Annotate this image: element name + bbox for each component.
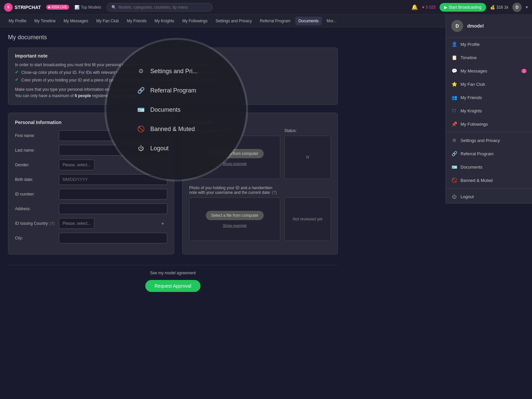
input-address[interactable] [59,203,167,214]
hearts-count: ♥ 5 025 [422,5,436,10]
subnav-my-followings[interactable]: My Followings [179,17,211,25]
dropdown-settings-privacy[interactable]: ⚙ Settings and Privacy [446,134,532,147]
logo-icon: S [4,3,13,12]
dropdown-fanclub-label: My Fan Club [461,82,485,87]
select-country[interactable]: Please, select... [59,218,94,229]
subnav-referral-program[interactable]: Referral Program [257,17,294,25]
dropdown-my-friends[interactable]: 👥 My Friends [446,91,532,104]
circle-menu-banned[interactable]: 🚫 Banned & Muted [130,120,223,138]
circle-referral-icon: 🔗 [136,86,146,95]
dropdown-documents-label: Documents [461,165,482,170]
subnav-documents[interactable]: Documents [295,17,322,25]
form-row-address: Address: [15,203,167,214]
dropdown-referral-icon: 🔗 [451,151,457,157]
circle-zoom-menu: ⚙ Settings and Pri... 🔗 Referral Program… [106,40,246,180]
dropdown-settings-icon: ⚙ [451,137,457,143]
circle-menu-documents[interactable]: 🪪 Documents [130,101,223,118]
dropdown-friends-label: My Friends [461,95,482,100]
dropdown-documents-icon: 🪪 [451,164,457,170]
label-idnumber: ID number: [15,192,55,197]
dropdown-my-profile[interactable]: 👤 My Profile [446,38,532,51]
dropdown-referral-program[interactable]: 🔗 Referral Program [446,147,532,160]
form-row-city: City: [15,233,167,243]
circle-documents-label: Documents [150,106,181,113]
circle-settings-icon: ⚙ [136,66,146,76]
dropdown-documents[interactable]: 🪪 Documents [446,160,532,174]
doc-row-holding: Photo of you holding your ID and a handw… [189,186,331,241]
subnav-my-fan-club[interactable]: My Fan Club [93,17,122,25]
live-dot [48,6,50,8]
dropdown-divider-2 [446,188,532,189]
dropdown-logout[interactable]: ⏻ Logout [446,190,532,203]
request-approval-button[interactable]: Request Approval [145,280,201,292]
heart-icon: ♥ [422,5,424,10]
note2-bold: 6 people [75,93,91,98]
dropdown-banned-muted[interactable]: 🚫 Banned & Muted [446,174,532,187]
tokens-amount: 316 1k [496,5,508,10]
top-navigation: S STRIPCHAT 4204 LIVE 📊 Top Models 🔍 🔔 ♥… [0,0,532,15]
top-models-label: Top Models [81,5,101,10]
dropdown-referral-label: Referral Program [461,151,494,156]
doc-status-box-closeup: N [284,136,331,179]
user-avatar[interactable]: D [512,3,522,12]
hearts-value: 5 025 [426,5,436,10]
circle-menu-settings[interactable]: ⚙ Settings and Pri... [130,63,223,80]
input-birthdate[interactable] [59,174,167,185]
search-icon: 🔍 [111,5,116,10]
show-example-holding[interactable]: Show example [223,223,247,227]
subnav-my-messages[interactable]: My Messages [60,17,91,25]
not-reviewed-holding: Not reviewed yet [293,217,322,221]
circle-menu-referral[interactable]: 🔗 Referral Program [130,82,223,99]
label-country: ID Issuing Country: (?) [15,221,55,226]
upload-btn-holding[interactable]: Select a file from computer [206,211,264,220]
model-agreement-link[interactable]: See my model agreement [150,271,196,275]
dropdown-avatar: D [451,20,463,32]
dropdown-my-fan-club[interactable]: ⭐ My Fan Club [446,77,532,91]
right-dropdown-panel: D dmodel 👤 My Profile 📋 Timeline 💬 My Me… [446,15,532,203]
subnav-more[interactable]: Mor... [323,17,340,25]
select-gender[interactable]: Please, select... Male Female Other [59,160,94,170]
start-broadcasting-label: Start Broadcasting [449,5,481,10]
label-firstname: First name: [15,133,55,138]
circle-menu-logout[interactable]: ⏻ Logout [130,140,223,157]
dropdown-divider [446,132,532,132]
subnav-my-profile[interactable]: My Profile [5,17,30,25]
search-bar[interactable]: 🔍 [106,3,213,12]
tokens-display: 💰 316 1k [490,5,508,10]
input-city[interactable] [59,233,167,243]
notification-bell-icon[interactable]: 🔔 [411,4,418,10]
dropdown-header: D dmodel [446,15,532,38]
show-example-closeup[interactable]: Show example [223,162,247,166]
top-models-link[interactable]: 📊 Top Models [74,5,101,10]
subnav-my-knights[interactable]: My Knights [151,17,178,25]
dropdown-my-knights[interactable]: 🛡 My Knights [446,104,532,117]
doc-upload-box-holding: Select a file from computer Show example [189,198,280,241]
dropdown-friends-icon: 👥 [451,94,457,100]
note2-prefix: You can only have a maximum of [15,93,75,98]
dropdown-my-followings[interactable]: 📌 My Followings [446,117,532,131]
search-input[interactable] [118,5,208,10]
play-icon: ▶ [444,5,447,10]
subnav-settings-privacy[interactable]: Settings and Privacy [212,17,255,25]
circle-banned-label: Banned & Muted [150,126,195,133]
dropdown-banned-icon: 🚫 [451,177,457,183]
dropdown-timeline-label: Timeline [461,55,477,60]
dropdown-timeline[interactable]: 📋 Timeline [446,51,532,64]
dropdown-followings-label: My Followings [461,122,488,127]
subnav-my-timeline[interactable]: My Timeline [31,17,59,25]
dropdown-knights-icon: 🛡 [451,108,457,114]
circle-documents-icon: 🪪 [136,105,146,114]
dropdown-settings-label: Settings and Privacy [461,138,500,143]
subnav-my-friends[interactable]: My Friends [123,17,150,25]
dropdown-banned-label: Banned & Muted [461,178,493,183]
start-broadcasting-button[interactable]: ▶ Start Broadcasting [440,3,486,12]
dropdown-arrow-icon[interactable]: ▾ [526,5,528,10]
label-city: City: [15,236,55,240]
doc-status-header: Status: [284,128,331,133]
logo[interactable]: S STRIPCHAT [4,3,41,12]
input-idnumber[interactable] [59,189,167,200]
label-lastname: Last name: [15,148,55,153]
dropdown-knights-label: My Knights [461,108,482,113]
dropdown-fanclub-icon: ⭐ [451,81,457,87]
dropdown-my-messages[interactable]: 💬 My Messages 1 [446,64,532,77]
